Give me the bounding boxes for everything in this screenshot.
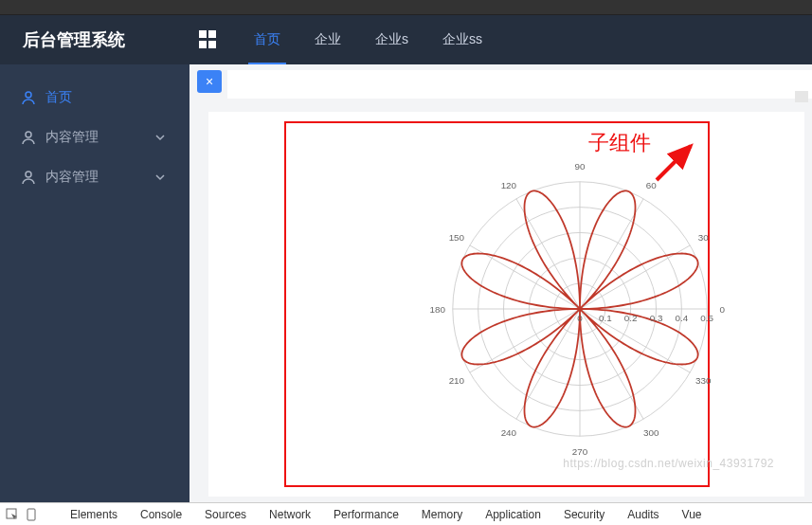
sidebar-item-home[interactable]: 首页: [0, 78, 189, 118]
user-icon: [21, 130, 36, 145]
chevron-down-icon: [155, 172, 165, 182]
browser-topbar: [0, 0, 812, 15]
sidebar-item-label: 内容管理: [45, 129, 99, 146]
chevron-down-icon: [155, 133, 165, 142]
svg-point-2: [26, 172, 31, 177]
svg-text:0.2: 0.2: [624, 313, 638, 323]
tab-home[interactable]: 首页: [237, 15, 298, 64]
apps-grid-icon[interactable]: [199, 30, 218, 49]
tab-enterprise-ss[interactable]: 企业ss: [425, 15, 499, 64]
top-tabs: 首页 企业 企业s 企业ss: [237, 15, 499, 64]
svg-text:0: 0: [577, 313, 583, 323]
svg-text:120: 120: [501, 180, 517, 190]
svg-text:180: 180: [429, 304, 445, 315]
svg-text:0.5: 0.5: [700, 313, 713, 323]
svg-text:60: 60: [646, 180, 657, 190]
user-icon: [21, 90, 36, 105]
sidebar-item-label: 内容管理: [45, 169, 99, 186]
svg-text:240: 240: [501, 427, 517, 438]
devtools-bar: Elements Console Sources Network Perform…: [0, 502, 812, 525]
svg-text:90: 90: [575, 161, 586, 172]
close-tab-button[interactable]: ×: [197, 70, 222, 93]
annotation-box: 子组件 030609012015018021024027030033000.10…: [284, 121, 710, 487]
devtools-panel[interactable]: Performance: [334, 508, 399, 521]
polar-chart: 030609012015018021024027030033000.10.20.…: [419, 148, 741, 470]
svg-text:0: 0: [720, 304, 726, 315]
devtools-panel[interactable]: Audits: [627, 508, 659, 521]
svg-text:210: 210: [449, 375, 465, 386]
devtools-panel[interactable]: Elements: [70, 508, 117, 521]
sidebar-item-content-2[interactable]: 内容管理: [0, 157, 189, 197]
svg-text:0.3: 0.3: [650, 313, 663, 323]
svg-text:0.1: 0.1: [599, 313, 612, 323]
svg-rect-41: [27, 509, 35, 520]
sidebar: 首页 内容管理 内容管理: [0, 64, 189, 502]
watermark-text: https://blog.csdn.net/weixin_43931792: [563, 457, 774, 470]
devtools-panel[interactable]: Security: [564, 508, 604, 521]
devtools-panel[interactable]: Application: [485, 508, 541, 521]
devtools-panel[interactable]: Network: [269, 508, 311, 521]
svg-text:270: 270: [572, 446, 588, 457]
devtools-panel[interactable]: Vue: [682, 508, 702, 521]
svg-text:300: 300: [643, 427, 659, 438]
svg-point-1: [26, 132, 31, 137]
devtools-panel[interactable]: Console: [140, 508, 182, 521]
devtools-panel[interactable]: Memory: [422, 508, 462, 521]
svg-point-0: [26, 92, 31, 98]
sidebar-item-content-1[interactable]: 内容管理: [0, 118, 189, 157]
svg-text:150: 150: [449, 232, 465, 243]
devtools-panel[interactable]: Sources: [205, 508, 246, 521]
app-title: 后台管理系统: [0, 28, 189, 51]
tab-enterprise[interactable]: 企业: [298, 15, 358, 64]
svg-text:0.4: 0.4: [676, 313, 689, 323]
main-content: × 子组件 030609012015018021024027030033000.…: [189, 64, 812, 502]
svg-text:30: 30: [698, 232, 709, 243]
app-header: 后台管理系统 首页 企业 企业s 企业ss: [0, 15, 812, 64]
user-icon: [21, 170, 36, 185]
sidebar-item-label: 首页: [45, 89, 72, 106]
content-tabstrip: [227, 70, 812, 99]
content-card: 子组件 030609012015018021024027030033000.10…: [208, 112, 804, 497]
devtools-inspect-icon[interactable]: [6, 508, 38, 521]
svg-text:330: 330: [695, 375, 712, 386]
tab-enterprise-s[interactable]: 企业s: [358, 15, 425, 64]
